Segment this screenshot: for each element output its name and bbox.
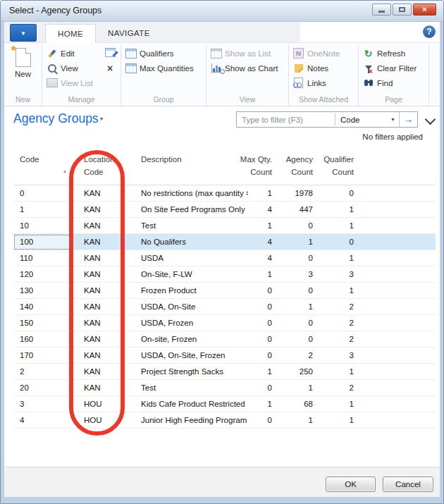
view-button[interactable]: View [61, 64, 103, 73]
maximize-button[interactable] [393, 4, 412, 16]
cell-agency-count[interactable]: 0 [276, 221, 317, 230]
table-row[interactable]: 4 HOU Junior High Feeding Program 0 1 1 [14, 412, 436, 429]
apply-filter-arrow-icon[interactable]: → [399, 112, 417, 127]
cell-agency-count[interactable]: 0 [276, 335, 317, 343]
cell-code[interactable]: 130 [14, 283, 72, 298]
cell-location-code[interactable]: KAN [72, 270, 128, 278]
cell-code[interactable]: 3 [14, 397, 72, 412]
column-header-code[interactable]: Code [20, 153, 39, 166]
filter-field-select[interactable]: Code [335, 116, 387, 124]
cell-qualifier-count[interactable]: 1 [317, 400, 358, 408]
cell-qualifier-count[interactable]: 1 [317, 286, 358, 295]
cell-qualifier-count[interactable]: 1 [317, 221, 358, 230]
table-row[interactable]: 120 KAN On-Site, F-LW 1 3 3 [14, 266, 436, 283]
minimize-button[interactable] [372, 4, 391, 16]
cell-code[interactable]: 120 [14, 267, 72, 282]
cell-location-code[interactable]: KAN [72, 286, 128, 295]
cell-max-qty-count[interactable]: 0 [248, 351, 276, 359]
tab-navigate[interactable]: NAVIGATE [96, 24, 162, 43]
cell-description[interactable]: On-Site, F-LW [128, 270, 248, 278]
cell-code[interactable]: 0 [14, 186, 72, 201]
filter-field-caret-icon[interactable]: ▼ [387, 117, 399, 122]
refresh-button[interactable]: Refresh [377, 49, 425, 58]
cell-agency-count[interactable]: 1 [276, 383, 317, 392]
column-header-agency-count[interactable]: Agency Count [286, 153, 313, 179]
table-row[interactable]: 100 KAN No Qualifers 4 1 0 [14, 234, 436, 250]
cell-max-qty-count[interactable]: 1 [248, 367, 276, 376]
cell-description[interactable]: USDA, On-Site [128, 302, 248, 311]
cell-qualifier-count[interactable]: 1 [317, 416, 358, 424]
column-header-max-qty-count[interactable]: Max Qty. Count [240, 153, 272, 179]
cell-qualifier-count[interactable]: 1 [317, 205, 358, 214]
cell-location-code[interactable]: KAN [72, 221, 128, 230]
cell-code[interactable]: 140 [14, 300, 72, 314]
cell-code[interactable]: 4 [14, 413, 72, 428]
cell-location-code[interactable]: KAN [72, 302, 128, 311]
cancel-button[interactable]: Cancel [383, 477, 433, 492]
cell-description[interactable]: USDA, Frozen [128, 319, 248, 327]
cell-location-code[interactable]: HOU [72, 416, 128, 424]
table-row[interactable]: 1 KAN On Site Feed Programs Only 4 447 1 [14, 202, 436, 218]
new-button[interactable]: * New [8, 46, 38, 78]
cell-code[interactable]: 150 [14, 316, 72, 331]
cell-max-qty-count[interactable]: 0 [248, 416, 276, 424]
table-row[interactable]: 150 KAN USDA, Frozen 0 0 2 [14, 315, 436, 331]
cell-location-code[interactable]: KAN [72, 383, 128, 392]
cell-agency-count[interactable]: 1978 [276, 189, 317, 197]
cell-qualifier-count[interactable]: 2 [317, 319, 358, 327]
column-header-description[interactable]: Description [141, 153, 182, 166]
cell-qualifier-count[interactable]: 1 [317, 254, 358, 262]
column-header-location-code[interactable]: Location Code [84, 153, 114, 179]
table-row[interactable]: 2 KAN Project Strength Sacks 1 250 1 [14, 364, 436, 380]
table-row[interactable]: 170 KAN USDA, On-Site, Frozen 0 2 3 [14, 348, 436, 364]
cell-location-code[interactable]: KAN [72, 367, 128, 376]
cell-description[interactable]: Junior High Feeding Program [128, 416, 248, 424]
column-header-qualifier-count[interactable]: Qualifier Count [323, 153, 354, 179]
cell-location-code[interactable]: KAN [72, 189, 128, 197]
cell-agency-count[interactable]: 250 [276, 367, 317, 376]
cell-code[interactable]: 1 [14, 202, 72, 217]
ok-button[interactable]: OK [326, 477, 376, 492]
table-row[interactable]: 3 HOU Kids Cafe Product Restricted 1 68 … [14, 396, 436, 412]
cell-max-qty-count[interactable]: 1 [248, 270, 276, 278]
cell-max-qty-count[interactable]: 0 [248, 319, 276, 327]
page-title-caret-icon[interactable]: ▾ [100, 116, 103, 122]
table-row[interactable]: 140 KAN USDA, On-Site 0 1 2 [14, 299, 436, 315]
cell-qualifier-count[interactable]: 0 [317, 238, 358, 246]
cell-qualifier-count[interactable]: 2 [317, 302, 358, 311]
expand-pane-chevron-icon[interactable] [425, 114, 436, 125]
clear-filter-button[interactable]: Clear Filter [377, 64, 425, 73]
cell-agency-count[interactable]: 0 [276, 319, 317, 327]
cell-max-qty-count[interactable]: 4 [248, 238, 276, 246]
cell-qualifier-count[interactable]: 3 [317, 351, 358, 359]
table-row[interactable]: 130 KAN Frozen Product 0 0 1 [14, 283, 436, 299]
cell-max-qty-count[interactable]: 4 [248, 205, 276, 214]
table-row[interactable]: 20 KAN Test 0 1 2 [14, 380, 436, 396]
edit-list-button[interactable] [103, 48, 117, 59]
find-button[interactable]: Find [377, 79, 425, 87]
cell-code[interactable]: 100 [14, 235, 72, 250]
cell-max-qty-count[interactable]: 0 [248, 335, 276, 343]
cell-agency-count[interactable]: 1 [276, 238, 317, 246]
application-menu-button[interactable]: ▼ [10, 24, 37, 42]
cell-location-code[interactable]: KAN [72, 205, 128, 214]
cell-location-code[interactable]: KAN [72, 351, 128, 359]
cell-agency-count[interactable]: 3 [276, 270, 317, 278]
cell-agency-count[interactable]: 0 [276, 254, 317, 262]
cell-agency-count[interactable]: 0 [276, 286, 317, 295]
cell-description[interactable]: On Site Feed Programs Only [128, 205, 248, 214]
cell-qualifier-count[interactable]: 2 [317, 383, 358, 392]
cell-location-code[interactable]: KAN [72, 319, 128, 327]
cell-code[interactable]: 160 [14, 332, 72, 347]
cell-location-code[interactable]: KAN [72, 238, 128, 246]
cell-code[interactable]: 110 [14, 251, 72, 266]
show-as-chart-button[interactable]: Show as Chart [225, 64, 285, 73]
cell-code[interactable]: 20 [14, 381, 72, 395]
cell-description[interactable]: Project Strength Sacks [128, 367, 248, 376]
table-row[interactable]: 10 KAN Test 1 0 1 [14, 218, 436, 234]
cell-description[interactable]: USDA [128, 254, 248, 262]
filter-input[interactable]: Type to filter (F3) [237, 116, 335, 124]
cell-description[interactable]: Test [128, 221, 248, 230]
cell-description[interactable]: USDA, On-Site, Frozen [128, 351, 248, 359]
cell-agency-count[interactable]: 2 [276, 351, 317, 359]
